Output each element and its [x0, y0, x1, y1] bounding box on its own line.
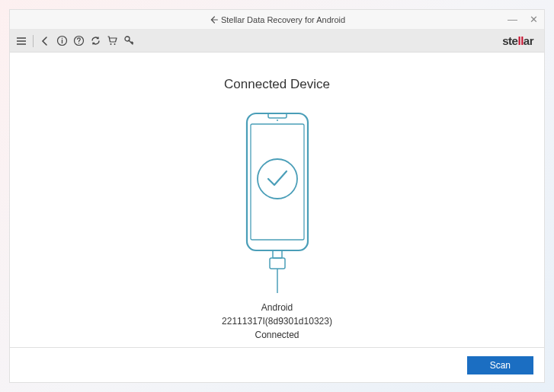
device-status: Connected: [222, 328, 332, 342]
device-id: 22111317I(8d9301d10323): [222, 314, 332, 328]
page-heading: Connected Device: [224, 77, 330, 92]
brand-suffix: ar: [524, 34, 533, 47]
svg-point-3: [114, 43, 115, 45]
app-window: Stellar Data Recovery for Android — ✕: [9, 9, 545, 383]
window-title: Stellar Data Recovery for Android: [221, 15, 345, 24]
window-title-container: Stellar Data Recovery for Android: [209, 15, 345, 24]
cart-icon[interactable]: [105, 34, 119, 48]
refresh-icon[interactable]: [88, 34, 102, 48]
brand-logo: stellar: [502, 34, 540, 47]
back-arrow-icon: [209, 15, 218, 24]
menu-icon[interactable]: [14, 34, 28, 48]
svg-rect-10: [270, 258, 285, 269]
device-info: Android 22111317I(8d9301d10323) Connecte…: [222, 301, 332, 342]
connected-phone-illustration: [239, 110, 315, 293]
window-controls: — ✕: [504, 14, 541, 25]
scan-button[interactable]: Scan: [467, 356, 533, 374]
svg-rect-9: [273, 250, 282, 258]
device-name: Android: [222, 301, 332, 314]
footer: Scan: [10, 347, 544, 382]
help-icon[interactable]: [72, 34, 85, 48]
titlebar: Stellar Data Recovery for Android — ✕: [10, 10, 544, 30]
svg-point-2: [110, 43, 111, 45]
svg-point-7: [277, 120, 278, 121]
divider: [33, 35, 34, 47]
close-button[interactable]: ✕: [527, 14, 541, 25]
main-content: Connected Device Android 22111317I(8d930…: [10, 53, 544, 347]
brand-prefix: ste: [502, 34, 517, 47]
toolbar: stellar: [10, 30, 544, 53]
info-icon[interactable]: [55, 34, 69, 48]
back-icon[interactable]: [38, 34, 52, 48]
minimize-button[interactable]: —: [504, 14, 520, 25]
key-icon[interactable]: [122, 34, 136, 48]
svg-point-8: [258, 159, 297, 199]
brand-accent: ll: [517, 34, 523, 47]
